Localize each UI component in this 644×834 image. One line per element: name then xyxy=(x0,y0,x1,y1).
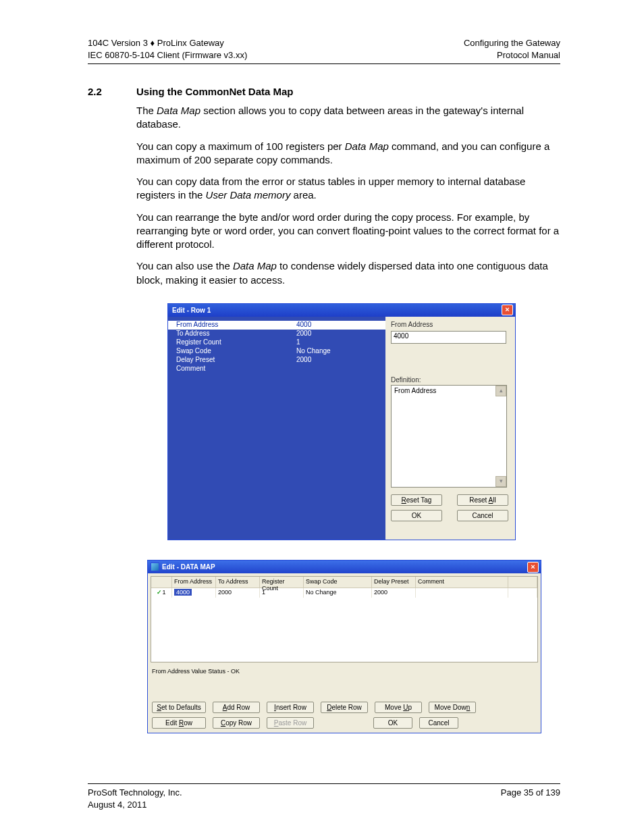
prop-val: 2000 xyxy=(296,356,385,365)
page-footer: ProSoft Technology, Inc. August 4, 2011 … xyxy=(88,783,560,810)
prop-key: Register Count xyxy=(168,338,296,347)
cell-to-address[interactable]: 2000 xyxy=(216,588,260,598)
para-1: The Data Map section allows you to copy … xyxy=(136,104,560,132)
datamap-grid[interactable]: From Address To Address Register Count S… xyxy=(151,576,538,662)
header-left-line1c: ProLinx Gateway xyxy=(155,38,224,48)
property-row-comment[interactable]: Comment xyxy=(168,365,385,373)
cell-swap-code[interactable]: No Change xyxy=(304,588,372,598)
table-row[interactable]: ✓1 4000 2000 1 No Change 2000 xyxy=(151,588,537,598)
col-header: Comment xyxy=(416,577,508,588)
cancel-button[interactable]: Cancel xyxy=(457,510,508,521)
insert-row-button[interactable]: Insert Row xyxy=(267,702,314,713)
col-header: From Address xyxy=(172,577,216,588)
prop-val: 4000 xyxy=(296,321,385,330)
edit-row-button[interactable]: Edit Row xyxy=(152,717,206,729)
header-left: 104C Version 3 ♦ ProLinx Gateway IEC 608… xyxy=(88,37,247,61)
property-row-to-address[interactable]: To Address 2000 xyxy=(168,330,385,338)
cell-register-count[interactable]: 1 xyxy=(260,588,304,598)
paste-row-button[interactable]: Paste Row xyxy=(267,717,314,729)
para-5: You can also use the Data Map to condens… xyxy=(136,259,560,287)
header-rule xyxy=(88,63,560,64)
ok-button[interactable]: OK xyxy=(373,717,412,729)
dialog-titlebar[interactable]: Edit - Row 1 × xyxy=(168,304,515,317)
dialog-button-area: Set to Defaults Add Row Insert Row Delet… xyxy=(152,702,537,729)
copy-row-button[interactable]: Copy Row xyxy=(213,717,260,729)
section-body: The Data Map section allows you to copy … xyxy=(136,104,560,287)
cancel-button[interactable]: Cancel xyxy=(419,717,458,729)
col-header: Delay Preset xyxy=(372,577,416,588)
section: 2.2 Using the CommonNet Data Map The Dat… xyxy=(88,86,560,287)
header-left-line1a: 104C Version 3 xyxy=(88,38,151,48)
cell-blank xyxy=(508,588,537,598)
scroll-up-icon[interactable]: ▴ xyxy=(495,386,506,396)
definition-text: From Address xyxy=(392,386,506,396)
property-row-from-address[interactable]: From Address 4000 xyxy=(168,321,385,330)
header-right-line1: Configuring the Gateway xyxy=(464,38,560,48)
add-row-button[interactable]: Add Row xyxy=(213,702,260,713)
dialog-title: Edit - Row 1 xyxy=(172,307,211,314)
property-row-register-count[interactable]: Register Count 1 xyxy=(168,338,385,347)
footer-page: Page 35 of 139 xyxy=(501,787,560,810)
property-list[interactable]: From Address 4000 To Address 2000 Regist… xyxy=(168,317,385,540)
para-4: You can rearrange the byte and/or word o… xyxy=(136,211,560,252)
close-icon[interactable]: × xyxy=(502,305,513,315)
header-right: Configuring the Gateway Protocol Manual xyxy=(464,37,560,61)
delete-row-button[interactable]: Delete Row xyxy=(321,702,368,713)
col-header: Register Count xyxy=(260,577,304,588)
ok-button[interactable]: OK xyxy=(391,510,442,521)
prop-key: Delay Preset xyxy=(168,356,296,365)
prop-val: No Change xyxy=(296,347,385,356)
col-header xyxy=(151,577,172,588)
prop-key: Comment xyxy=(168,365,296,373)
footer-date: August 4, 2011 xyxy=(88,800,146,810)
section-heading: 2.2 Using the CommonNet Data Map xyxy=(88,86,560,97)
para-2: You can copy a maximum of 100 registers … xyxy=(136,140,560,167)
prop-key: Swap Code xyxy=(168,347,296,356)
reset-all-button[interactable]: Reset All xyxy=(457,494,508,506)
definition-box: From Address ▴ ▾ xyxy=(391,385,507,488)
from-address-input[interactable]: 4000 xyxy=(391,331,506,344)
close-icon[interactable]: × xyxy=(527,562,539,573)
col-header: To Address xyxy=(216,577,260,588)
footer-company: ProSoft Technology, Inc. xyxy=(88,787,182,798)
prop-val xyxy=(296,365,385,373)
page-header: 104C Version 3 ♦ ProLinx Gateway IEC 608… xyxy=(88,37,560,61)
cell-delay-preset[interactable]: 2000 xyxy=(372,588,416,598)
prop-key: To Address xyxy=(168,330,296,338)
scroll-down-icon[interactable]: ▾ xyxy=(495,476,506,487)
section-number: 2.2 xyxy=(88,86,136,97)
property-detail-pane: From Address 4000 Definition: From Addre… xyxy=(385,317,515,540)
header-right-line2: Protocol Manual xyxy=(497,50,560,60)
property-row-delay-preset[interactable]: Delay Preset 2000 xyxy=(168,356,385,365)
dialog-title: Edit - DATA MAP xyxy=(162,563,527,571)
app-icon xyxy=(151,563,159,571)
dialog-titlebar[interactable]: Edit - DATA MAP × xyxy=(148,561,541,573)
definition-label: Definition: xyxy=(391,376,510,384)
col-header xyxy=(508,577,537,588)
cell-from-address[interactable]: 4000 xyxy=(172,588,216,598)
prop-key: From Address xyxy=(168,321,296,330)
status-text: From Address Value Status - OK xyxy=(152,668,537,675)
para-3: You can copy data from the error or stat… xyxy=(136,175,560,203)
grid-header-row: From Address To Address Register Count S… xyxy=(151,577,537,588)
prop-val: 2000 xyxy=(296,330,385,338)
prop-val: 1 xyxy=(296,338,385,347)
section-title: Using the CommonNet Data Map xyxy=(136,86,294,97)
reset-tag-button[interactable]: Reset Tag xyxy=(391,494,442,506)
move-up-button[interactable]: Move Up xyxy=(375,702,422,713)
group-label: From Address xyxy=(391,321,510,328)
row-number: 1 xyxy=(162,589,165,596)
edit-datamap-dialog: Edit - DATA MAP × From Address To Addres… xyxy=(147,560,541,733)
property-row-swap-code[interactable]: Swap Code No Change xyxy=(168,347,385,356)
row-status-cell: ✓1 xyxy=(151,588,172,598)
header-left-line2: IEC 60870-5-104 Client (Firmware v3.xx) xyxy=(88,50,247,60)
edit-row-dialog: Edit - Row 1 × From Address 4000 To Addr… xyxy=(167,303,516,540)
set-defaults-button[interactable]: Set to Defaults xyxy=(152,702,206,713)
cell-comment[interactable] xyxy=(416,588,508,598)
move-down-button[interactable]: Move Down xyxy=(429,702,476,713)
selected-cell: 4000 xyxy=(174,589,192,596)
col-header: Swap Code xyxy=(304,577,372,588)
footer-rule xyxy=(88,783,560,784)
footer-left: ProSoft Technology, Inc. August 4, 2011 xyxy=(88,787,182,810)
